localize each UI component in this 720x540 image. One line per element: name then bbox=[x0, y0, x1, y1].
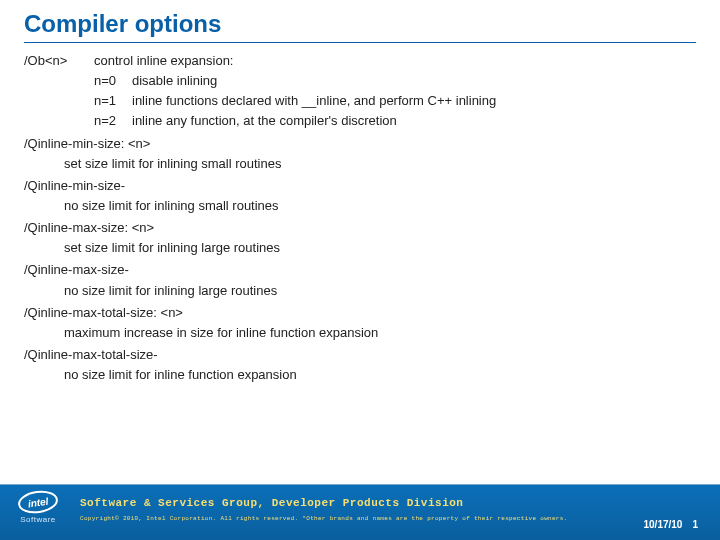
flag-name: /Qinline-max-size- bbox=[24, 260, 696, 280]
flag-block-0: /Qinline-min-size: <n> set size limit fo… bbox=[24, 134, 696, 174]
flag-name: /Qinline-max-size: <n> bbox=[24, 218, 696, 238]
flag-block-4: /Qinline-max-total-size: <n> maximum inc… bbox=[24, 303, 696, 343]
footer-division: Software & Services Group, Developer Pro… bbox=[80, 497, 610, 509]
flag-name: /Qinline-min-size: <n> bbox=[24, 134, 696, 154]
ob-sub-key: n=1 bbox=[94, 91, 132, 111]
flag-desc: set size limit for inlining large routin… bbox=[64, 238, 696, 258]
footer-copyright: Copyright© 2010, Intel Corporation. All … bbox=[80, 515, 610, 522]
flag-name: /Qinline-min-size- bbox=[24, 176, 696, 196]
flag-desc: no size limit for inlining small routine… bbox=[64, 196, 696, 216]
footer-date: 10/17/10 bbox=[644, 519, 683, 530]
flag-desc: set size limit for inlining small routin… bbox=[64, 154, 696, 174]
ob-sub-text: inline any function, at the compiler's d… bbox=[132, 111, 397, 131]
flag-block-5: /Qinline-max-total-size- no size limit f… bbox=[24, 345, 696, 385]
flag-block-3: /Qinline-max-size- no size limit for inl… bbox=[24, 260, 696, 300]
flag-desc: no size limit for inlining large routine… bbox=[64, 281, 696, 301]
logo-subtext: Software bbox=[20, 515, 56, 524]
ob-sub-text: inline functions declared with __inline,… bbox=[132, 91, 496, 111]
footer-text: Software & Services Group, Developer Pro… bbox=[80, 497, 610, 522]
flag-desc: no size limit for inline function expans… bbox=[64, 365, 696, 385]
ob-sub-1: n=1 inline functions declared with __inl… bbox=[94, 91, 696, 111]
footer-page: 1 bbox=[692, 519, 698, 530]
flag-block-2: /Qinline-max-size: <n> set size limit fo… bbox=[24, 218, 696, 258]
footer-bar: intel Software Software & Services Group… bbox=[0, 484, 720, 540]
ob-flag: /Ob<n> bbox=[24, 51, 94, 71]
slide-body: /Ob<n> control inline expansion: n=0 dis… bbox=[0, 43, 720, 385]
flag-name: /Qinline-max-total-size- bbox=[24, 345, 696, 365]
ob-sub-key: n=0 bbox=[94, 71, 132, 91]
ob-sub-2: n=2 inline any function, at the compiler… bbox=[94, 111, 696, 131]
ob-row: /Ob<n> control inline expansion: bbox=[24, 51, 696, 71]
ob-sub-key: n=2 bbox=[94, 111, 132, 131]
flag-block-1: /Qinline-min-size- no size limit for inl… bbox=[24, 176, 696, 216]
ob-desc: control inline expansion: bbox=[94, 51, 233, 71]
footer-right: 10/17/10 1 bbox=[644, 519, 699, 530]
flag-desc: maximum increase in size for inline func… bbox=[64, 323, 696, 343]
ob-sub-0: n=0 disable inlining bbox=[94, 71, 696, 91]
ob-sub-text: disable inlining bbox=[132, 71, 217, 91]
logo: intel Software bbox=[18, 491, 58, 524]
flag-name: /Qinline-max-total-size: <n> bbox=[24, 303, 696, 323]
slide: Compiler options /Ob<n> control inline e… bbox=[0, 0, 720, 540]
intel-logo-icon: intel bbox=[17, 488, 60, 515]
slide-title: Compiler options bbox=[0, 0, 720, 42]
